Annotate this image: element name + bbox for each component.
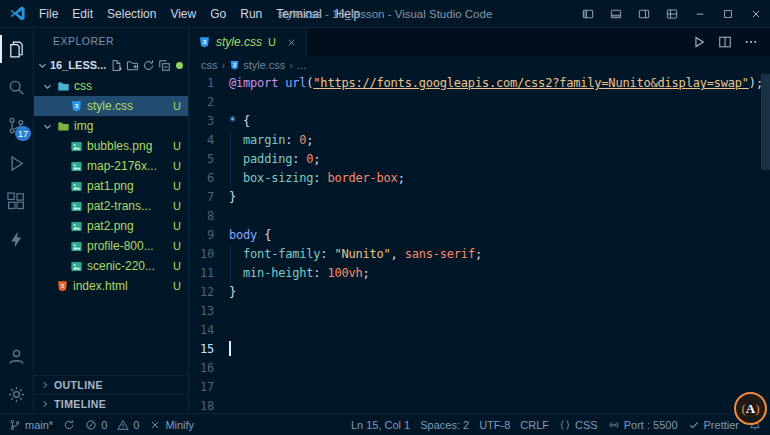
toggle-panel-icon[interactable]: [602, 0, 630, 27]
maximize-button[interactable]: [714, 0, 742, 27]
code-line-1[interactable]: @import url("https://fonts.googleapis.co…: [229, 74, 770, 93]
breadcrumb-[interactable]: ...: [297, 59, 306, 71]
minimize-button[interactable]: [686, 0, 714, 27]
file-name: pat2-trans...: [87, 199, 151, 213]
activity-explorer[interactable]: [0, 30, 33, 68]
activity-bar-top: 17: [0, 30, 33, 258]
tab-bar: 3 style.css U: [189, 28, 770, 56]
git-branch[interactable]: main*: [4, 414, 58, 435]
file-profile-800[interactable]: profile-800...U: [34, 236, 188, 256]
file-pat2-png[interactable]: pat2.pngU: [34, 216, 188, 236]
editor-more-actions-icon[interactable]: [744, 35, 758, 49]
code-line-14[interactable]: [229, 321, 770, 340]
code-line-8[interactable]: [229, 207, 770, 226]
line-number: 5: [189, 150, 214, 169]
minify[interactable]: Minify: [144, 414, 199, 435]
activity-settings[interactable]: [0, 375, 33, 413]
editor-scrollbar[interactable]: [761, 74, 770, 170]
outline-section[interactable]: OUTLINE: [34, 375, 188, 394]
code-line-6[interactable]: box-sizing: border-box;: [229, 169, 770, 188]
chevron-right-icon: [40, 380, 50, 390]
file-bubbles-png[interactable]: bubbles.pngU: [34, 136, 188, 156]
folder-img[interactable]: img: [34, 116, 188, 136]
encoding[interactable]: UTF-8: [474, 414, 515, 435]
timeline-section[interactable]: TIMELINE: [34, 394, 188, 413]
code-line-9[interactable]: body {: [229, 226, 770, 245]
sync-changes[interactable]: [58, 414, 80, 435]
collapse-folders-icon[interactable]: [158, 59, 171, 72]
code-line-16[interactable]: [229, 359, 770, 378]
run-file-icon[interactable]: [692, 35, 706, 49]
activity-account[interactable]: [0, 337, 33, 375]
file-pat2-trans[interactable]: pat2-trans...U: [34, 196, 188, 216]
live-server-port[interactable]: Port : 5500: [603, 414, 683, 435]
chevron-right-icon: [40, 399, 50, 409]
code-line-3[interactable]: * {: [229, 112, 770, 131]
file-pat1-png[interactable]: pat1.pngU: [34, 176, 188, 196]
line-number: 1: [189, 74, 214, 93]
close-window-button[interactable]: [742, 0, 770, 27]
code-line-18[interactable]: [229, 397, 770, 413]
image-file-icon: [70, 180, 83, 193]
menu-go[interactable]: Go: [203, 7, 233, 21]
code-editor: 123456789101112131415161718 @import url(…: [189, 74, 770, 413]
broadcast-icon: [608, 419, 620, 431]
menu-selection[interactable]: Selection: [100, 7, 163, 21]
file-name: pat2.png: [87, 219, 134, 233]
code-line-5[interactable]: padding: 0;: [229, 150, 770, 169]
problems-errors[interactable]: 0: [80, 414, 112, 435]
text-cursor: [229, 341, 231, 356]
code-line-17[interactable]: [229, 378, 770, 397]
indentation[interactable]: Spaces: 2: [415, 414, 474, 435]
menu-view[interactable]: View: [163, 7, 203, 21]
activity-search[interactable]: [0, 68, 33, 106]
folder-css[interactable]: css: [34, 76, 188, 96]
problems-warnings[interactable]: 0: [112, 414, 144, 435]
tab-style-css[interactable]: 3 style.css U: [189, 28, 307, 56]
menu-terminal[interactable]: Terminal: [269, 7, 328, 21]
new-file-icon[interactable]: [110, 59, 123, 72]
menu-file[interactable]: File: [32, 7, 65, 21]
code-line-11[interactable]: min-height: 100vh;: [229, 264, 770, 283]
file-index-html[interactable]: 5index.htmlU: [34, 276, 188, 296]
breadcrumb-style-css[interactable]: 3style.css: [229, 59, 285, 71]
language-mode[interactable]: CSS: [554, 414, 603, 435]
code-line-7[interactable]: }: [229, 188, 770, 207]
code-line-13[interactable]: [229, 302, 770, 321]
code-line-2[interactable]: [229, 93, 770, 112]
cursor-position[interactable]: Ln 15, Col 1: [346, 414, 415, 435]
refresh-explorer-icon[interactable]: [142, 59, 155, 72]
split-editor-icon[interactable]: [718, 35, 732, 49]
activity-source-control[interactable]: 17: [0, 106, 33, 144]
explorer-sidebar: EXPLORER 16_LESS... css3style.cssUimgbub…: [34, 28, 189, 413]
menu-run[interactable]: Run: [233, 7, 269, 21]
activity-extensions[interactable]: [0, 182, 33, 220]
file-style-css[interactable]: 3style.cssU: [34, 96, 188, 116]
code-line-12[interactable]: }: [229, 283, 770, 302]
file-map-2176x[interactable]: map-2176x...U: [34, 156, 188, 176]
file-name: profile-800...: [87, 239, 154, 253]
folder-name: css: [74, 79, 92, 93]
code-line-15[interactable]: [229, 340, 770, 359]
code-line-10[interactable]: font-family: "Nunito", sans-serif;: [229, 245, 770, 264]
project-folder-row[interactable]: 16_LESS...: [34, 54, 188, 76]
menu-help[interactable]: Help: [329, 7, 368, 21]
close-tab-icon[interactable]: [286, 37, 297, 48]
prettier[interactable]: Prettier: [683, 414, 744, 435]
image-file-icon: [70, 140, 83, 153]
activity-thunder-client[interactable]: [0, 220, 33, 258]
customize-layout-icon[interactable]: [658, 0, 686, 27]
breadcrumb-css[interactable]: css: [201, 59, 218, 71]
breadcrumb-separator: ›: [221, 59, 227, 71]
file-scenic-220[interactable]: scenic-220...U: [34, 256, 188, 276]
eol-sequence[interactable]: CRLF: [515, 414, 554, 435]
activity-run-debug[interactable]: [0, 144, 33, 182]
toggle-sidebar-icon[interactable]: [574, 0, 602, 27]
explorer-icon: [6, 39, 27, 60]
new-folder-icon[interactable]: [126, 59, 139, 72]
explorer-header: EXPLORER: [34, 28, 188, 54]
menu-bar: FileEditSelectionViewGoRunTerminalHelp: [32, 7, 367, 21]
menu-edit[interactable]: Edit: [65, 7, 100, 21]
code-line-4[interactable]: margin: 0;: [229, 131, 770, 150]
toggle-secondary-sidebar-icon[interactable]: [630, 0, 658, 27]
